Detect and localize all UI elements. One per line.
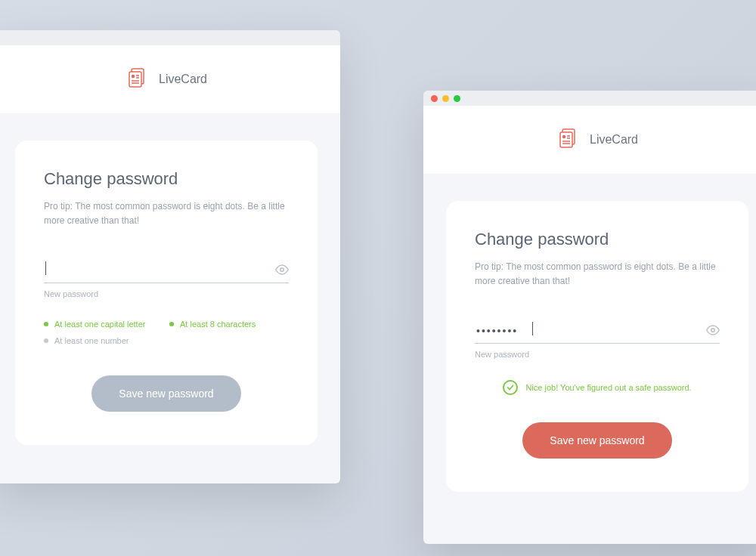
window-titlebar <box>423 91 756 106</box>
success-message: Nice job! You've figured out a safe pass… <box>525 383 691 392</box>
window-initial-state: LiveCard Change password Pro tip: The mo… <box>0 30 340 483</box>
app-header: LiveCard <box>0 45 340 113</box>
livecard-logo-icon <box>125 66 150 93</box>
requirement-status-dot <box>44 322 48 326</box>
change-password-card: Change password Pro tip: The most common… <box>15 141 318 445</box>
password-input[interactable] <box>44 258 289 283</box>
text-cursor <box>532 322 533 335</box>
eye-icon[interactable] <box>706 323 720 340</box>
password-requirements: At least one capital letter At least 8 c… <box>44 320 289 345</box>
card-tip: Pro tip: The most common password is eig… <box>475 260 720 289</box>
svg-point-15 <box>711 329 715 332</box>
password-input-label: New password <box>475 350 720 359</box>
password-input-row <box>475 319 720 344</box>
requirement-min-chars: At least 8 characters <box>169 320 289 329</box>
button-row: Save new password <box>475 422 720 459</box>
app-header: LiveCard <box>423 106 756 174</box>
text-cursor <box>45 261 46 275</box>
brand-name: LiveCard <box>159 73 207 86</box>
save-password-button[interactable]: Save new password <box>522 422 671 459</box>
livecard-logo-icon <box>556 126 581 153</box>
window-close-icon[interactable] <box>431 95 438 102</box>
svg-rect-1 <box>129 72 141 87</box>
button-row: Save new password <box>44 375 289 412</box>
requirement-label: At least 8 characters <box>180 320 256 329</box>
svg-point-7 <box>280 268 284 272</box>
requirement-number: At least one number <box>44 336 163 345</box>
requirement-status-dot <box>169 322 174 326</box>
password-input-row <box>44 258 289 283</box>
requirement-label: At least one number <box>54 336 129 345</box>
svg-point-2 <box>132 76 134 78</box>
check-circle-icon <box>503 380 518 395</box>
password-input-label: New password <box>44 289 289 298</box>
svg-point-10 <box>562 136 565 138</box>
requirement-capital-letter: At least one capital letter <box>44 320 163 329</box>
card-tip: Pro tip: The most common password is eig… <box>44 199 289 228</box>
save-password-button[interactable]: Save new password <box>91 375 240 412</box>
window-maximize-icon[interactable] <box>454 95 460 102</box>
card-title: Change password <box>44 169 289 189</box>
window-minimize-icon[interactable] <box>442 95 449 102</box>
requirement-label: At least one capital letter <box>54 320 145 329</box>
card-title: Change password <box>475 230 720 249</box>
change-password-card: Change password Pro tip: The most common… <box>446 201 748 492</box>
window-titlebar <box>0 30 340 45</box>
eye-icon[interactable] <box>275 263 289 280</box>
brand-name: LiveCard <box>590 133 638 147</box>
password-input[interactable] <box>475 319 720 344</box>
window-success-state: LiveCard Change password Pro tip: The mo… <box>423 91 756 544</box>
svg-rect-9 <box>560 132 572 147</box>
requirement-status-dot <box>44 338 48 343</box>
success-message-row: Nice job! You've figured out a safe pass… <box>475 380 720 395</box>
